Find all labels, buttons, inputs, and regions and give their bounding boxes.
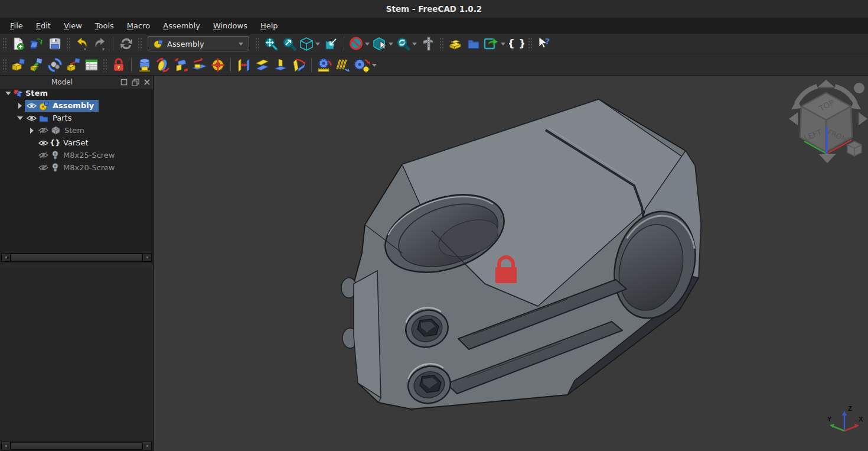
make-link-button[interactable] <box>482 35 507 53</box>
rack-pinion-joint-icon <box>316 57 333 73</box>
menu-tools[interactable]: Tools <box>89 19 120 33</box>
tree-row-m8x20-screw[interactable]: M8x20-Screw <box>0 161 152 174</box>
bill-of-materials-button[interactable] <box>82 56 100 74</box>
selection-view-button[interactable] <box>371 35 395 53</box>
selected-row-highlight[interactable]: Assembly <box>25 100 99 112</box>
navigation-cube[interactable]: TOP LEFT FRONT <box>782 79 868 167</box>
create-rack-pinion-joint-button[interactable] <box>315 56 334 74</box>
create-assembly-button[interactable] <box>9 56 27 74</box>
tree-label: Parts <box>50 113 71 122</box>
toggle-grounded-button[interactable] <box>109 56 128 74</box>
menu-edit[interactable]: Edit <box>30 19 57 33</box>
scroll-right-button[interactable] <box>142 442 151 450</box>
create-cylindrical-joint-button[interactable] <box>172 56 190 74</box>
create-part-button[interactable] <box>446 35 464 53</box>
toolbar-grip[interactable] <box>2 59 6 72</box>
redo-button[interactable] <box>91 35 109 53</box>
refresh-button[interactable] <box>117 35 135 53</box>
expander-icon[interactable] <box>15 116 25 120</box>
slider-joint-icon <box>191 57 208 73</box>
create-fixed-joint-button[interactable] <box>135 56 154 74</box>
tree-row-part-stem[interactable]: Stem <box>0 124 152 137</box>
undo-button[interactable] <box>73 35 91 53</box>
menu-help[interactable]: Help <box>254 19 285 33</box>
stem-3d-model[interactable] <box>154 76 868 451</box>
expander-icon[interactable] <box>15 103 25 109</box>
visibility-eye-icon[interactable] <box>37 139 50 147</box>
create-group-button[interactable] <box>464 35 482 53</box>
go-to-linked-object-button[interactable] <box>322 35 340 53</box>
create-revolute-joint-button[interactable] <box>154 56 172 74</box>
nav-arrow-down[interactable] <box>819 154 836 163</box>
tree-horizontal-scrollbar[interactable] <box>1 253 152 262</box>
menu-macro[interactable]: Macro <box>120 19 156 33</box>
menu-assembly[interactable]: Assembly <box>156 19 207 33</box>
exploded-view-button[interactable] <box>64 56 82 74</box>
fit-selection-button[interactable] <box>280 35 298 53</box>
menu-windows[interactable]: Windows <box>207 19 254 33</box>
create-ball-joint-button[interactable] <box>208 56 227 74</box>
new-document-button[interactable] <box>9 35 27 53</box>
visibility-hidden-eye-icon[interactable] <box>37 164 50 171</box>
scroll-left-button[interactable] <box>2 254 11 261</box>
save-document-button[interactable] <box>45 35 64 53</box>
toolbar-grip[interactable] <box>528 37 532 50</box>
scroll-right-button[interactable] <box>142 254 151 261</box>
create-angle-joint-button[interactable] <box>289 56 308 74</box>
panel-splitter[interactable] <box>0 263 153 267</box>
measure-button[interactable] <box>419 35 437 53</box>
panel-float-icon[interactable] <box>132 79 139 86</box>
insert-component-button[interactable] <box>27 56 45 74</box>
nav-arrow-up[interactable] <box>817 80 835 87</box>
menu-view[interactable]: View <box>57 19 89 33</box>
tree-row-document-stem[interactable]: Stem <box>0 87 152 99</box>
toolbar-separator <box>344 37 344 51</box>
toolbar-grip[interactable] <box>138 37 142 50</box>
scroll-left-button[interactable] <box>2 442 11 450</box>
nav-circle-button[interactable] <box>854 83 864 93</box>
nav-arrow-right[interactable] <box>859 112 867 125</box>
isometric-view-button[interactable] <box>298 35 322 53</box>
toolbar-grip[interactable] <box>103 59 107 72</box>
create-perpendicular-joint-button[interactable] <box>271 56 289 74</box>
create-screw-joint-button[interactable] <box>334 56 352 74</box>
solve-assembly-button[interactable] <box>45 56 64 74</box>
workbench-selector[interactable]: Assembly <box>148 36 249 51</box>
nav-arrow-left[interactable] <box>789 112 798 125</box>
make-link-icon <box>483 36 507 51</box>
whats-this-button[interactable]: ? <box>534 35 553 53</box>
fit-all-button[interactable] <box>262 35 280 53</box>
visibility-eye-icon[interactable] <box>25 115 38 122</box>
toolbar-grip[interactable] <box>66 37 70 50</box>
toolbar-grip[interactable] <box>255 37 259 50</box>
create-distance-joint-button[interactable] <box>234 56 253 74</box>
toolbar-grip[interactable] <box>2 37 6 50</box>
create-varset-button[interactable]: { } <box>507 35 526 53</box>
panel-dock-icon[interactable] <box>120 79 128 86</box>
draw-style-button[interactable] <box>348 35 371 53</box>
axis-z-label: Z <box>848 405 852 412</box>
tree-row-parts[interactable]: Parts <box>0 112 152 124</box>
panel-close-icon[interactable] <box>143 79 151 86</box>
tree-row-m8x25-screw[interactable]: M8x25-Screw <box>0 149 152 161</box>
create-gears-belts-joint-button[interactable] <box>352 56 378 74</box>
expander-icon[interactable] <box>4 92 13 95</box>
tree-row-varset[interactable]: {} VarSet <box>0 137 152 149</box>
visibility-hidden-eye-icon[interactable] <box>37 151 50 159</box>
scrollbar-thumb[interactable] <box>11 254 142 261</box>
nav-mini-cube[interactable] <box>847 141 862 156</box>
create-slider-joint-button[interactable] <box>190 56 208 74</box>
visibility-eye-icon[interactable] <box>25 102 38 109</box>
3d-viewport[interactable]: TOP LEFT FRONT Z Y X <box>154 76 868 451</box>
tree-row-assembly[interactable]: Assembly <box>0 99 152 112</box>
visibility-hidden-eye-icon[interactable] <box>37 126 50 134</box>
create-parallel-joint-button[interactable] <box>253 56 271 74</box>
sync-view-button[interactable] <box>395 35 419 53</box>
open-document-button[interactable] <box>27 35 45 53</box>
lower-horizontal-scrollbar[interactable] <box>1 442 152 450</box>
expander-icon[interactable] <box>27 128 37 134</box>
save-icon <box>48 37 62 51</box>
toolbar-grip[interactable] <box>439 37 443 50</box>
menu-file[interactable]: File <box>4 19 30 33</box>
scrollbar-thumb[interactable] <box>11 442 142 450</box>
